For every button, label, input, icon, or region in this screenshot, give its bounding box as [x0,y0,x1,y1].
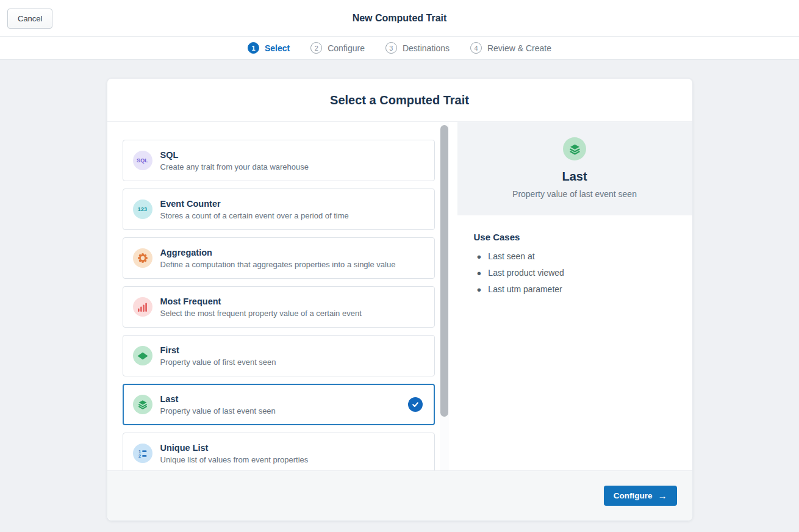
card-header: Select a Computed Trait [107,79,692,122]
trait-title: Most Frequent [160,296,362,307]
card-title: Select a Computed Trait [330,93,469,107]
numbered-list-icon: 12 [133,444,152,463]
trait-item-event-counter[interactable]: 123Event CounterStores a count of a cert… [123,189,435,230]
trait-description: Define a computation that aggregates pro… [160,260,396,269]
trait-description: Property value of last event seen [160,406,276,415]
trait-description: Create any trait from your data warehous… [160,162,309,171]
aggregation-asterisk-icon [133,248,152,268]
detail-subtitle: Property value of last event seen [512,189,637,199]
card-footer: Configure → [107,470,692,520]
scrollbar[interactable] [440,122,449,470]
trait-text: Most FrequentSelect the most frequent pr… [160,296,362,318]
step-review-create[interactable]: 4Review & Create [470,42,551,54]
step-number-badge: 4 [470,42,482,54]
step-destinations[interactable]: 3Destinations [385,42,450,54]
use-case-item: ● Last seen at [474,248,680,265]
detail-header: Last Property value of last event seen [457,122,692,215]
computed-trait-card: Select a Computed Trait SQLSQLCreate any… [107,78,693,521]
step-number-badge: 1 [248,42,259,54]
use-cases-heading: Use Cases [474,232,680,242]
trait-description: Stores a count of a certain event over a… [160,211,349,220]
use-cases-list: ● Last seen at ● Last product viewed ● L… [474,248,680,298]
step-select[interactable]: 1Select [248,42,290,54]
use-case-item: ● Last utm parameter [474,281,680,298]
trait-text: Unique ListUnique list of values from ev… [160,442,309,464]
step-label: Review & Create [487,43,551,53]
bullet-icon: ● [477,248,482,265]
use-case-item: ● Last product viewed [474,265,680,281]
top-bar: Cancel New Computed Trait [0,0,799,37]
configure-button[interactable]: Configure → [604,486,677,506]
trait-item-last[interactable]: LastProperty value of last event seen [123,384,435,425]
trait-title: First [160,345,276,356]
trait-title: SQL [160,149,309,160]
step-number-badge: 3 [385,42,397,54]
svg-text:2: 2 [138,453,141,459]
bar-chart-icon [133,297,152,317]
numbers-123-icon: 123 [133,200,152,219]
use-case-text: Last seen at [488,248,534,265]
trait-text: Event CounterStores a count of a certain… [160,198,349,220]
selected-check-icon [408,397,423,412]
arrow-right-icon: → [658,491,667,500]
trait-title: Aggregation [160,247,396,258]
card-body: SQLSQLCreate any trait from your data wa… [107,122,692,470]
bullet-icon: ● [477,281,482,298]
bullet-icon: ● [477,265,482,281]
step-number-badge: 2 [310,42,322,54]
trait-description: Select the most frequent property value … [160,309,362,318]
trait-item-sql[interactable]: SQLSQLCreate any trait from your data wa… [123,140,435,181]
trait-title: Last [160,394,276,404]
trait-text: SQLCreate any trait from your data wareh… [160,149,309,171]
layers-icon [133,395,152,414]
detail-title: Last [562,170,587,184]
use-cases-section: Use Cases ● Last seen at ● Last product … [457,215,692,298]
trait-text: LastProperty value of last event seen [160,394,276,415]
diamond-icon [133,346,152,365]
configure-button-label: Configure [614,491,653,500]
step-configure[interactable]: 2Configure [310,42,365,54]
use-case-text: Last product viewed [488,265,564,281]
trait-item-unique-list[interactable]: 12Unique ListUnique list of values from … [123,433,435,470]
step-label: Destinations [403,43,450,53]
trait-text: FirstProperty value of first event seen [160,345,276,367]
trait-detail-panel: Last Property value of last event seen U… [457,122,692,470]
trait-text: AggregationDefine a computation that agg… [160,247,396,269]
step-nav: 1Select2Configure3Destinations4Review & … [0,37,799,60]
trait-description: Unique list of values from event propert… [160,455,309,464]
scrollbar-thumb[interactable] [440,125,448,417]
step-label: Configure [328,43,365,53]
trait-item-first[interactable]: FirstProperty value of first event seen [123,335,435,376]
sql-badge-icon: SQL [133,151,152,170]
trait-description: Property value of first event seen [160,358,276,367]
layers-icon [563,137,586,160]
trait-title: Unique List [160,442,309,453]
trait-item-aggregation[interactable]: AggregationDefine a computation that agg… [123,237,435,279]
trait-item-most-frequent[interactable]: Most FrequentSelect the most frequent pr… [123,286,435,328]
use-case-text: Last utm parameter [488,281,562,298]
step-label: Select [265,43,290,53]
trait-list: SQLSQLCreate any trait from your data wa… [107,122,435,470]
page-title: New Computed Trait [0,0,799,37]
trait-title: Event Counter [160,198,349,209]
